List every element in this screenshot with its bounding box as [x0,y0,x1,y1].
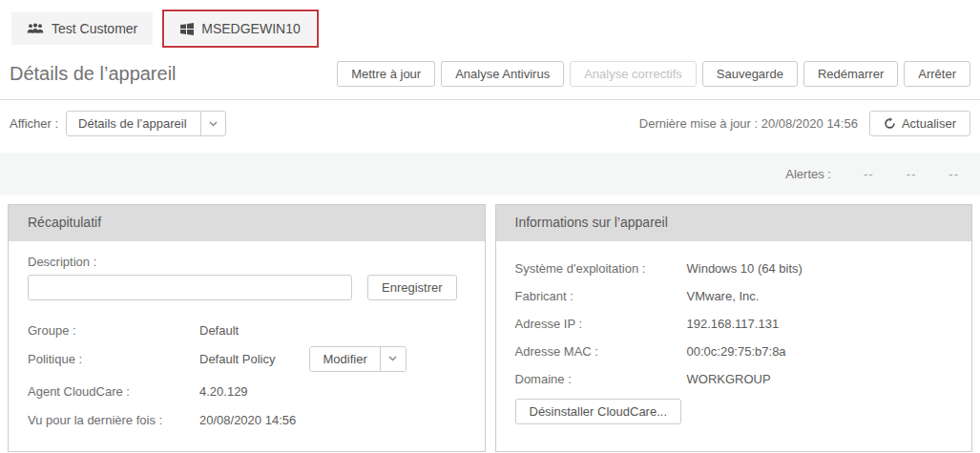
tab-customer[interactable]: Test Customer [11,12,153,45]
last-seen-value: 20/08/2020 14:56 [199,413,296,427]
manufacturer-row: Fabricant : VMware, Inc. [515,282,953,310]
show-label: Afficher : [10,116,58,131]
group-value: Default [199,323,239,338]
manufacturer-value: VMware, Inc. [687,289,760,303]
antivirus-scan-button[interactable]: Analyse Antivirus [441,61,564,87]
view-select[interactable]: Détails de l’appareil [66,111,226,136]
restart-button[interactable]: Redémarrer [803,61,898,87]
tab-bar: Test Customer MSEDGEWIN10 [0,0,980,48]
backup-button[interactable]: Sauvegarde [702,61,798,87]
refresh-icon [884,117,896,130]
os-value: Windows 10 (64 bits) [687,261,803,276]
uninstall-button[interactable]: Désinstaller CloudCare... [515,399,682,424]
tab-customer-label: Test Customer [52,21,137,36]
agent-label: Agent CloudCare : [28,384,199,399]
device-actions-toolbar: Mettre à jour Analyse Antivirus Analyse … [337,61,970,87]
device-info-panel-title: Informations sur l’appareil [496,205,972,241]
last-seen-label: Vu pour la dernière fois : [28,413,199,427]
last-update-text: Dernière mise à jour : 20/08/2020 14:56 [639,116,858,131]
domain-label: Domaine : [515,372,687,386]
alert-count-3: -- [949,167,959,181]
group-label: Groupe : [28,323,199,338]
description-input[interactable] [28,275,352,300]
os-label: Système d'exploitation : [515,261,687,276]
last-update-value: 20/08/2020 14:56 [761,116,858,131]
mac-value: 00:0c:29:75:b7:8a [687,344,786,359]
panels-container: Récapitulatif Description : Enregistrer … [0,195,980,452]
refresh-button-label: Actualiser [902,116,956,131]
update-button[interactable]: Mettre à jour [337,61,435,87]
summary-panel: Récapitulatif Description : Enregistrer … [8,204,486,452]
chevron-down-icon [200,112,225,135]
title-row: Détails de l’appareil Mettre à jour Anal… [0,48,980,100]
ip-value: 192.168.117.131 [687,317,780,331]
mac-row: Adresse MAC : 00:0c:29:75:b7:8a [515,338,953,365]
users-icon [27,23,44,34]
domain-row: Domaine : WORKGROUP [515,365,953,393]
modify-policy-button[interactable]: Modifier [309,346,406,372]
tab-device-label: MSEDGEWIN10 [201,21,300,36]
os-row: Système d'exploitation : Windows 10 (64 … [515,255,953,282]
refresh-button[interactable]: Actualiser [869,111,970,136]
description-label: Description : [28,255,466,269]
group-row: Groupe : Default [28,316,466,344]
manufacturer-label: Fabricant : [515,289,687,303]
agent-row: Agent CloudCare : 4.20.129 [28,377,466,405]
page-title: Détails de l’appareil [10,63,177,85]
policy-row: Politique : Default Policy Modifier [28,344,466,373]
alerts-label: Alertes : [785,167,831,181]
last-update-label: Dernière mise à jour : [639,116,758,131]
shutdown-button[interactable]: Arrêter [904,61,970,87]
last-seen-row: Vu pour la dernière fois : 20/08/2020 14… [28,405,466,434]
save-button[interactable]: Enregistrer [367,275,457,300]
chevron-down-icon[interactable] [380,347,406,371]
domain-value: WORKGROUP [687,372,771,386]
ip-label: Adresse IP : [515,317,687,331]
windows-icon [180,23,194,35]
ip-row: Adresse IP : 192.168.117.131 [515,310,953,338]
view-select-value: Détails de l’appareil [67,112,200,135]
annotation-highlight-box: MSEDGEWIN10 [162,10,318,48]
filter-row: Afficher : Détails de l’appareil Dernièr… [0,100,980,147]
modify-policy-label: Modifier [310,347,379,371]
summary-panel-title: Récapitulatif [9,205,485,241]
patch-scan-button: Analyse correctifs [570,61,697,87]
mac-label: Adresse MAC : [515,344,687,359]
alert-count-2: -- [907,167,917,181]
agent-value: 4.20.129 [199,384,248,399]
alert-count-1: -- [864,167,874,181]
tab-device[interactable]: MSEDGEWIN10 [165,12,315,45]
alerts-bar: Alertes : -- -- -- [0,153,980,195]
policy-value: Default Policy [199,352,275,366]
device-info-panel: Informations sur l’appareil Système d'ex… [495,204,973,452]
policy-label: Politique : [28,352,199,366]
